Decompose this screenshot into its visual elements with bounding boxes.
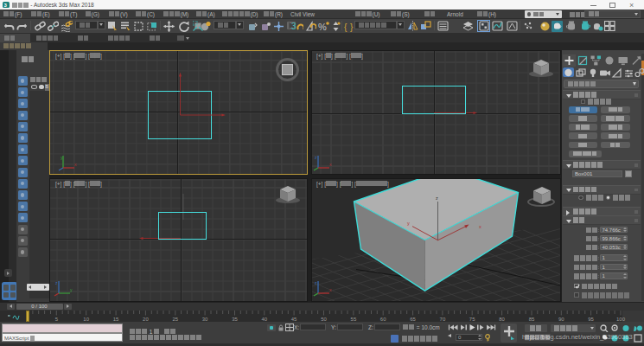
svg-text:35: 35 xyxy=(232,316,238,321)
svg-text:{: { xyxy=(344,22,348,32)
svg-text:55: 55 xyxy=(351,316,357,321)
svg-text:25: 25 xyxy=(172,316,178,321)
svg-text:z: z xyxy=(436,195,438,201)
svg-text:y: y xyxy=(407,221,410,226)
svg-text:80: 80 xyxy=(499,316,505,321)
svg-text:z: z xyxy=(315,280,317,285)
svg-text:x: x xyxy=(479,224,481,229)
svg-text:10: 10 xyxy=(83,316,89,321)
svg-text:75: 75 xyxy=(469,316,475,321)
svg-text:20: 20 xyxy=(143,316,149,321)
svg-text:50: 50 xyxy=(321,316,327,321)
svg-text:z: z xyxy=(315,155,317,160)
svg-text:x: x xyxy=(74,162,77,167)
svg-text:%: % xyxy=(318,22,327,32)
svg-text:85: 85 xyxy=(529,316,535,321)
svg-text:90: 90 xyxy=(558,316,564,321)
svg-text:65: 65 xyxy=(410,316,416,321)
svg-text:3: 3 xyxy=(291,22,296,31)
svg-text:100: 100 xyxy=(616,316,626,321)
svg-text:y: y xyxy=(70,287,73,292)
svg-text:40: 40 xyxy=(261,316,267,321)
svg-text:x: x xyxy=(329,287,332,292)
svg-text:95: 95 xyxy=(588,316,594,321)
svg-text:15: 15 xyxy=(113,316,119,321)
svg-text:5: 5 xyxy=(55,316,59,321)
svg-text:z: z xyxy=(55,280,58,285)
svg-text:45: 45 xyxy=(291,316,297,321)
svg-text:x: x xyxy=(329,162,332,167)
svg-text:60: 60 xyxy=(380,316,386,321)
svg-text:30: 30 xyxy=(202,316,208,321)
svg-text:70: 70 xyxy=(440,316,446,321)
svg-text:}: } xyxy=(350,22,354,32)
